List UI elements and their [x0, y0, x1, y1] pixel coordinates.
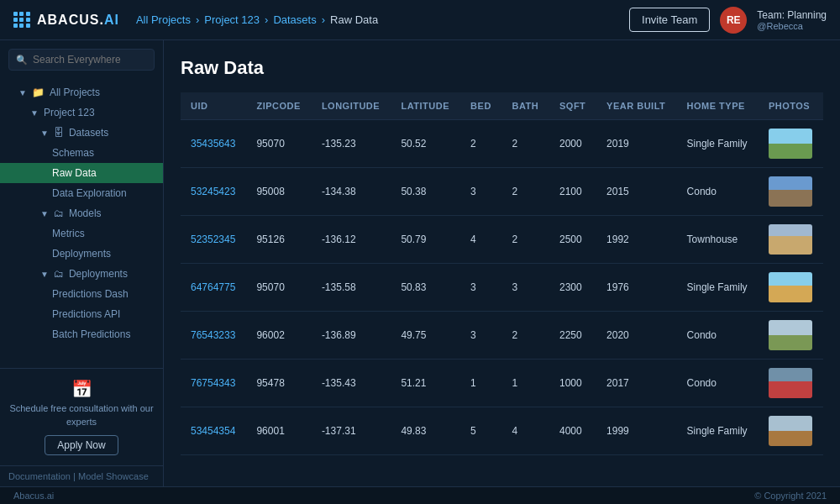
- cell-home-type: Single Family: [677, 264, 759, 312]
- team-name: Team: Planning: [757, 9, 827, 21]
- cell-bed: 4: [460, 216, 501, 264]
- table-row: 76543233 96002 -136.89 49.75 3 2 2250 20…: [181, 312, 823, 360]
- cell-longitude: -136.12: [312, 216, 391, 264]
- cell-latitude: 51.21: [391, 360, 460, 407]
- uid-link[interactable]: 53245423: [191, 186, 235, 197]
- photo-thumbnail: [769, 129, 812, 159]
- cell-uid: 52352345: [181, 216, 246, 264]
- uid-link[interactable]: 52352345: [191, 234, 235, 245]
- model-showcase-link[interactable]: Model Showcase: [78, 471, 149, 481]
- table-row: 52352345 95126 -136.12 50.79 4 2 2500 19…: [181, 216, 823, 264]
- cell-sqft: 2000: [549, 120, 596, 168]
- sidebar-item-project-123[interactable]: ▼ Project 123: [0, 102, 163, 123]
- table-row: 53454354 96001 -137.31 49.83 5 4 4000 19…: [181, 407, 823, 455]
- search-wrap[interactable]: 🔍: [8, 49, 155, 71]
- page-title: Raw Data: [181, 57, 823, 79]
- sidebar-item-batch-predictions[interactable]: Batch Predictions: [0, 324, 163, 344]
- uid-link[interactable]: 64764775: [191, 281, 235, 293]
- cell-photos: [759, 312, 823, 360]
- sidebar-item-deployments[interactable]: ▼ 🗂 Deployments: [0, 264, 163, 284]
- cell-photos: [759, 264, 823, 312]
- sidebar-item-all-projects[interactable]: ▼ 📁 All Projects: [0, 82, 163, 102]
- raw-data-label: Raw Data: [52, 167, 97, 179]
- sidebar-item-models[interactable]: ▼ 🗂 Models: [0, 203, 163, 223]
- col-sqft: SQFT: [549, 92, 596, 120]
- sidebar-item-metrics[interactable]: Metrics: [0, 223, 163, 244]
- cell-uid: 76543233: [181, 312, 246, 360]
- team-info: Team: Planning @Rebecca: [757, 9, 827, 31]
- breadcrumb-datasets[interactable]: Datasets: [273, 13, 316, 26]
- table-row: 64764775 95070 -135.58 50.83 3 3 2300 19…: [181, 264, 823, 312]
- cell-uid: 64764775: [181, 264, 246, 312]
- cell-photos: [759, 168, 823, 216]
- cell-year-built: 1999: [596, 407, 676, 455]
- breadcrumb: All Projects › Project 123 › Datasets › …: [136, 13, 629, 26]
- uid-link[interactable]: 53454354: [191, 425, 235, 437]
- nav-section-projects: ▼ 📁 All Projects ▼ Project 123 ▼ 🗄 Datas…: [0, 82, 163, 344]
- cell-year-built: 1976: [596, 264, 676, 312]
- sidebar-item-predictions-api[interactable]: Predictions API: [0, 304, 163, 324]
- cell-latitude: 50.52: [391, 120, 460, 168]
- folder-icon: 📁: [32, 87, 45, 98]
- cell-bed: 3: [460, 264, 501, 312]
- apply-now-button[interactable]: Apply Now: [45, 435, 118, 455]
- cell-bed: 2: [460, 120, 501, 168]
- photo-thumbnail: [769, 176, 812, 207]
- cell-sqft: 4000: [549, 407, 596, 455]
- cell-home-type: Single Family: [677, 120, 759, 168]
- cell-latitude: 49.83: [391, 407, 460, 455]
- col-longitude: LONGITUDE: [312, 92, 391, 120]
- cell-home-type: Condo: [677, 312, 759, 360]
- footer-left: Abacus.ai: [13, 491, 54, 501]
- table-header: UID ZIPCODE LONGITUDE LATITUDE BED BATH …: [181, 92, 823, 120]
- caret-icon: ▼: [18, 88, 27, 97]
- sidebar-item-data-exploration[interactable]: Data Exploration: [0, 183, 163, 203]
- sidebar-item-raw-data[interactable]: Raw Data: [0, 163, 163, 183]
- invite-team-button[interactable]: Invite Team: [629, 8, 710, 32]
- nav-right: Invite Team RE Team: Planning @Rebecca: [629, 7, 827, 34]
- col-bath: BATH: [502, 92, 549, 120]
- project-caret-icon: ▼: [30, 108, 39, 118]
- cell-longitude: -135.58: [312, 264, 391, 312]
- footer-right: © Copyright 2021: [754, 491, 827, 501]
- cell-longitude: -135.23: [312, 120, 391, 168]
- cell-home-type: Townhouse: [677, 216, 759, 264]
- content-area: Raw Data UID ZIPCODE LONGITUDE LATITUDE …: [164, 40, 840, 486]
- sidebar-item-datasets[interactable]: ▼ 🗄 Datasets: [0, 123, 163, 143]
- photo-thumbnail: [769, 272, 812, 302]
- search-input[interactable]: [33, 54, 147, 66]
- sidebar-item-schemas[interactable]: Schemas: [0, 143, 163, 163]
- top-nav: ABACUS.AI All Projects › Project 123 › D…: [0, 0, 840, 40]
- cell-bath: 1: [502, 360, 549, 407]
- cell-year-built: 1992: [596, 216, 676, 264]
- col-photos: PHOTOS: [759, 92, 823, 120]
- uid-link[interactable]: 35435643: [191, 138, 235, 150]
- models-caret-icon: ▼: [40, 209, 49, 218]
- cell-bed: 1: [460, 360, 501, 407]
- uid-link[interactable]: 76754343: [191, 377, 235, 389]
- breadcrumb-all-projects[interactable]: All Projects: [136, 13, 191, 26]
- cell-longitude: -135.43: [312, 360, 391, 407]
- models-label: Models: [69, 207, 102, 219]
- table-row: 35435643 95070 -135.23 50.52 2 2 2000 20…: [181, 120, 823, 168]
- photo-thumbnail: [769, 416, 812, 446]
- cell-home-type: Single Family: [677, 407, 759, 455]
- documentation-link[interactable]: Documentation: [8, 471, 71, 481]
- cell-photos: [759, 407, 823, 455]
- uid-link[interactable]: 76543233: [191, 329, 235, 341]
- cell-latitude: 49.75: [391, 312, 460, 360]
- cell-year-built: 2017: [596, 360, 676, 407]
- metrics-label: Metrics: [52, 228, 85, 239]
- logo: ABACUS.AI: [13, 12, 119, 28]
- breadcrumb-project[interactable]: Project 123: [204, 13, 260, 26]
- sidebar-item-deployments-sub[interactable]: Deployments: [0, 244, 163, 264]
- cell-longitude: -136.89: [312, 312, 391, 360]
- breadcrumb-sep-3: ›: [322, 13, 325, 26]
- cell-bath: 2: [502, 120, 549, 168]
- cell-bed: 5: [460, 407, 501, 455]
- cell-bed: 3: [460, 312, 501, 360]
- predictions-api-label: Predictions API: [52, 308, 120, 320]
- cell-bath: 2: [502, 168, 549, 216]
- sidebar-item-predictions-dash[interactable]: Predictions Dash: [0, 284, 163, 304]
- deployments-caret-icon: ▼: [40, 270, 49, 279]
